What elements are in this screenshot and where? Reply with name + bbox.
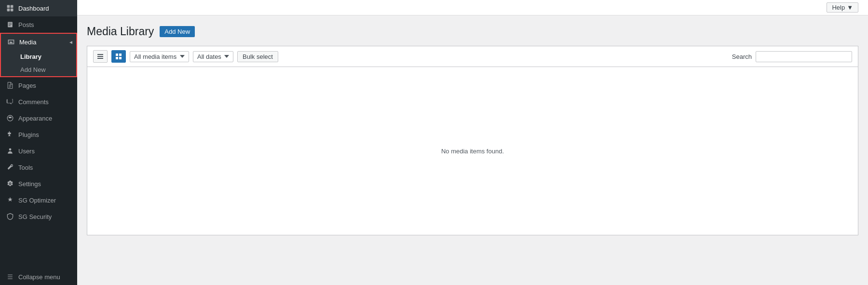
search-input[interactable] (756, 51, 852, 62)
grid-view-button[interactable] (111, 50, 126, 63)
list-view-icon (96, 53, 104, 60)
no-items-message: No media items found. (441, 148, 504, 155)
search-area: Search (732, 51, 852, 62)
posts-icon (6, 20, 14, 29)
sidebar-submenu-library[interactable]: Library (1, 50, 76, 63)
grid-view-icon (115, 53, 122, 60)
sidebar-item-media-label: Media (19, 39, 71, 46)
media-section: Media Library Add New (0, 33, 77, 77)
media-toolbar: All media items All dates Bulk select Se… (87, 46, 858, 67)
sidebar-item-tools[interactable]: Tools (0, 159, 77, 176)
comments-icon (6, 97, 14, 106)
svg-rect-3 (11, 9, 14, 12)
svg-rect-7 (97, 58, 103, 59)
sidebar-item-settings-label: Settings (18, 180, 72, 188)
media-icon (7, 38, 15, 46)
tools-icon (6, 163, 14, 172)
collapse-icon (6, 272, 14, 281)
help-dropdown-icon: ▼ (847, 4, 853, 11)
sidebar-item-dashboard-label: Dashboard (18, 5, 72, 12)
page-header: Media Library Add New (87, 25, 858, 38)
search-label: Search (732, 53, 752, 60)
svg-rect-6 (97, 56, 103, 57)
sidebar-item-plugins-label: Plugins (18, 131, 72, 138)
main-content: Help ▼ Media Library Add New (77, 0, 868, 285)
sg-security-icon (6, 212, 14, 221)
sidebar-item-dashboard[interactable]: Dashboard (0, 0, 77, 16)
sidebar-item-plugins[interactable]: Plugins (0, 126, 77, 143)
help-label: Help (832, 4, 845, 11)
svg-rect-10 (116, 57, 118, 59)
sidebar-submenu-add-new[interactable]: Add New (1, 63, 76, 76)
sidebar-item-settings[interactable]: Settings (0, 176, 77, 192)
list-view-button[interactable] (93, 50, 108, 63)
svg-rect-8 (116, 54, 118, 56)
collapse-menu-button[interactable]: Collapse menu (0, 269, 77, 285)
svg-rect-1 (11, 5, 14, 8)
svg-rect-5 (97, 54, 103, 55)
filter-media-select[interactable]: All media items (130, 51, 189, 62)
sidebar-item-sg-security-label: SG Security (18, 213, 72, 220)
collapse-menu-label: Collapse menu (18, 273, 60, 281)
users-icon (6, 147, 14, 155)
sidebar-item-media[interactable]: Media (1, 34, 76, 50)
sidebar-item-appearance[interactable]: Appearance (0, 110, 77, 126)
help-button[interactable]: Help ▼ (827, 2, 858, 13)
settings-icon (6, 179, 14, 188)
sidebar-item-tools-label: Tools (18, 164, 72, 171)
sidebar-item-users[interactable]: Users (0, 143, 77, 159)
plugins-icon (6, 130, 14, 139)
sidebar: Dashboard Posts Media Library Add New Pa… (0, 0, 77, 285)
media-content-area: No media items found. (87, 67, 858, 235)
sidebar-item-comments-label: Comments (18, 98, 72, 106)
sidebar-item-comments[interactable]: Comments (0, 94, 77, 110)
svg-rect-0 (7, 5, 10, 8)
pages-icon (6, 81, 14, 90)
svg-rect-11 (119, 57, 122, 59)
sidebar-item-users-label: Users (18, 148, 72, 155)
content-area: Media Library Add New (77, 15, 868, 285)
sidebar-item-sg-security[interactable]: SG Security (0, 208, 77, 225)
sidebar-item-sg-optimizer-label: SG Optimizer (18, 197, 72, 204)
svg-point-4 (9, 148, 12, 150)
sidebar-item-posts[interactable]: Posts (0, 16, 77, 33)
svg-rect-9 (119, 54, 122, 56)
sidebar-item-appearance-label: Appearance (18, 115, 72, 122)
filter-date-select[interactable]: All dates (193, 51, 233, 62)
sidebar-item-pages[interactable]: Pages (0, 77, 77, 94)
bulk-select-button[interactable]: Bulk select (237, 51, 278, 62)
dashboard-icon (6, 4, 14, 13)
sidebar-item-posts-label: Posts (18, 21, 72, 28)
topbar: Help ▼ (77, 0, 868, 15)
page-title: Media Library (87, 25, 154, 38)
sidebar-item-pages-label: Pages (18, 82, 72, 89)
sg-optimizer-icon (6, 196, 14, 204)
sidebar-item-sg-optimizer[interactable]: SG Optimizer (0, 192, 77, 208)
svg-rect-2 (7, 9, 10, 12)
appearance-icon (6, 114, 14, 122)
add-new-button[interactable]: Add New (160, 26, 195, 37)
